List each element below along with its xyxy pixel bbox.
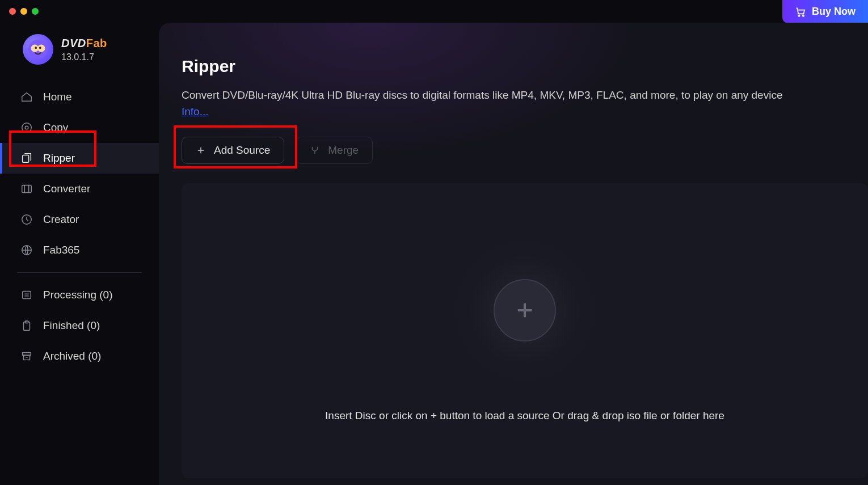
sidebar-item-label: Home — [43, 91, 72, 103]
svg-rect-10 — [22, 185, 32, 193]
sidebar-item-label: Converter — [43, 183, 90, 195]
sidebar-divider — [17, 272, 142, 273]
svg-point-5 — [35, 47, 37, 49]
sidebar: DVDFab 13.0.1.7 Home Copy Ripper Convert… — [0, 23, 159, 485]
creator-icon — [20, 213, 33, 226]
list-icon — [20, 289, 33, 301]
sidebar-item-label: Copy — [43, 121, 68, 134]
sidebar-item-converter[interactable]: Converter — [0, 174, 159, 204]
sidebar-item-label: Fab365 — [43, 244, 79, 256]
merge-label: Merge — [328, 144, 359, 157]
titlebar: Buy Now — [0, 0, 868, 23]
clipboard-icon — [20, 319, 33, 332]
merge-button[interactable]: Merge — [296, 137, 373, 164]
sidebar-item-ripper[interactable]: Ripper — [0, 143, 159, 174]
drop-circle-halo — [454, 239, 596, 381]
dropzone-hint: Insert Disc or click on + button to load… — [325, 410, 724, 422]
sidebar-item-finished[interactable]: Finished (0) — [0, 310, 159, 341]
sidebar-item-label: Archived (0) — [43, 350, 101, 362]
svg-point-3 — [31, 44, 39, 52]
buy-now-label: Buy Now — [812, 6, 856, 18]
buy-now-button[interactable]: Buy Now — [782, 0, 868, 23]
sidebar-item-copy[interactable]: Copy — [0, 112, 159, 143]
add-source-label: Add Source — [214, 144, 270, 157]
plus-icon — [196, 145, 206, 155]
svg-point-6 — [39, 47, 41, 49]
svg-point-8 — [25, 126, 28, 129]
sidebar-item-home[interactable]: Home — [0, 82, 159, 112]
home-icon — [20, 91, 33, 103]
svg-rect-13 — [23, 292, 31, 299]
drop-add-button[interactable] — [494, 279, 556, 341]
svg-point-7 — [22, 123, 32, 133]
close-button[interactable] — [9, 8, 16, 15]
sidebar-item-archived[interactable]: Archived (0) — [0, 341, 159, 372]
nav-status: Processing (0) Finished (0) Archived (0) — [0, 280, 159, 372]
sidebar-item-label: Creator — [43, 213, 79, 226]
svg-point-1 — [803, 15, 804, 16]
svg-point-4 — [37, 44, 45, 52]
brand-avatar — [23, 34, 53, 65]
sidebar-item-label: Finished (0) — [43, 319, 100, 332]
add-source-button[interactable]: Add Source — [182, 137, 284, 164]
sidebar-item-fab365[interactable]: Fab365 — [0, 235, 159, 265]
converter-icon — [20, 183, 33, 195]
ripper-icon — [20, 152, 33, 165]
sidebar-item-creator[interactable]: Creator — [0, 204, 159, 235]
action-row: Add Source Merge — [182, 137, 868, 164]
sidebar-item-label: Processing (0) — [43, 289, 113, 301]
content-area: Ripper Convert DVD/Blu-ray/4K Ultra HD B… — [159, 23, 868, 485]
plus-icon — [513, 298, 537, 322]
svg-rect-9 — [23, 155, 29, 163]
sidebar-item-label: Ripper — [43, 152, 75, 165]
cart-icon — [795, 6, 806, 18]
dropzone[interactable]: Insert Disc or click on + button to load… — [182, 183, 868, 478]
window-controls — [9, 8, 39, 15]
globe-icon — [20, 244, 33, 256]
page-description: Convert DVD/Blu-ray/4K Ultra HD Blu-ray … — [182, 87, 868, 120]
disc-icon — [20, 121, 33, 134]
archive-icon — [20, 350, 33, 362]
brand-block: DVDFab 13.0.1.7 — [0, 28, 159, 82]
more-info-link[interactable]: Info... — [182, 106, 209, 117]
merge-icon — [310, 145, 320, 155]
brand-name: DVDFab — [61, 37, 107, 50]
brand-version: 13.0.1.7 — [61, 52, 107, 62]
sidebar-item-processing[interactable]: Processing (0) — [0, 280, 159, 310]
page-title: Ripper — [182, 57, 868, 76]
maximize-button[interactable] — [32, 8, 39, 15]
minimize-button[interactable] — [20, 8, 27, 15]
nav-primary: Home Copy Ripper Converter Creator Fab36… — [0, 82, 159, 265]
svg-point-0 — [798, 15, 800, 16]
